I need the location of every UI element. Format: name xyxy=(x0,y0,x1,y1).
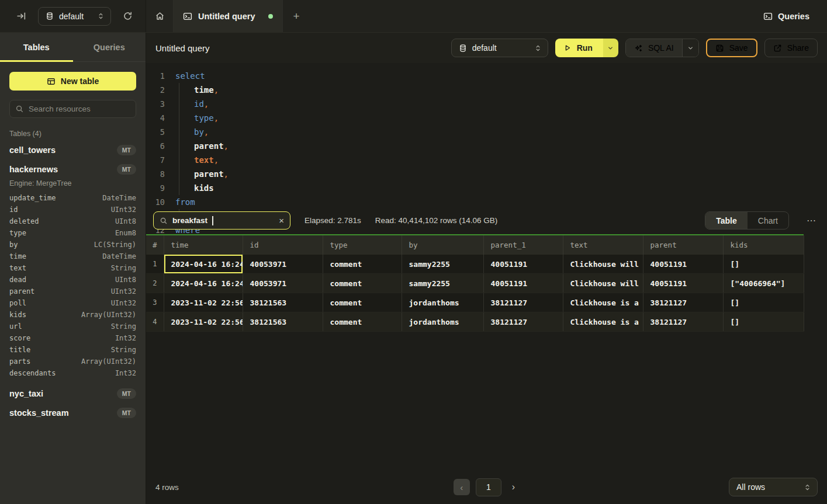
run-button-main[interactable]: Run xyxy=(555,39,603,57)
table-cell[interactable]: 38121127 xyxy=(483,312,563,332)
indent-guide xyxy=(179,167,194,181)
table-cell[interactable]: 40051191 xyxy=(483,255,563,274)
sidebar-tab-tables[interactable]: Tables xyxy=(0,33,73,61)
footer-right: All rows xyxy=(520,478,818,496)
table-cell[interactable]: 38121563 xyxy=(243,293,323,312)
table-cell[interactable]: 40051191 xyxy=(643,274,723,293)
table-cell[interactable]: comment xyxy=(323,255,402,274)
run-options-caret[interactable] xyxy=(603,39,618,57)
table-cell[interactable]: 38121127 xyxy=(643,312,723,332)
table-cell[interactable]: jordanthoms xyxy=(402,312,483,332)
search-resources-input[interactable] xyxy=(9,100,136,118)
table-cell[interactable]: jordanthoms xyxy=(402,293,483,312)
new-tab-button[interactable]: + xyxy=(283,0,310,32)
table-cell[interactable]: sammy2255 xyxy=(402,255,483,274)
page-number-input[interactable]: 1 xyxy=(476,478,501,496)
share-button[interactable]: Share xyxy=(764,39,818,57)
page-size-selector[interactable]: All rows xyxy=(729,478,818,496)
previous-page-button[interactable]: ‹ xyxy=(454,479,470,495)
column-type: UInt8 xyxy=(115,276,136,284)
table-cell[interactable]: 38121127 xyxy=(643,293,723,312)
engine-badge: MT xyxy=(117,164,136,175)
table-cell[interactable]: 2024-04-16 16:24… xyxy=(164,255,243,274)
refresh-button[interactable] xyxy=(120,9,135,23)
engine-badge: MT xyxy=(117,388,136,399)
table-cell[interactable]: Clickhouse will … xyxy=(563,255,643,274)
view-tab-table[interactable]: Table xyxy=(705,212,748,229)
table-cell[interactable]: comment xyxy=(323,312,402,332)
sidebar-tab-queries[interactable]: Queries xyxy=(73,33,146,61)
column-type: Int32 xyxy=(115,369,136,377)
table-cell[interactable]: 38121563 xyxy=(243,312,323,332)
query-database-selector[interactable]: default xyxy=(451,39,548,57)
sql-editor[interactable]: 1select2time,3id,4type,5by,6parent,7text… xyxy=(146,63,827,207)
indent-guide xyxy=(179,125,194,139)
table-cell[interactable]: comment xyxy=(323,293,402,312)
sql-ai-button[interactable]: SQL AI xyxy=(625,39,699,57)
column-type: UInt32 xyxy=(111,299,136,307)
table-cell[interactable]: [] xyxy=(723,312,804,332)
line-number: 2 xyxy=(146,83,165,97)
save-button[interactable]: Save xyxy=(706,39,757,57)
table-cell[interactable]: 40053971 xyxy=(243,255,323,274)
column-header[interactable]: parent xyxy=(643,235,723,255)
column-header[interactable]: # xyxy=(146,235,164,255)
table-cell[interactable]: 40051191 xyxy=(643,255,723,274)
view-tab-chart[interactable]: Chart xyxy=(748,212,788,229)
search-icon xyxy=(160,217,168,225)
table-cell[interactable]: ["40066964"] xyxy=(723,274,804,293)
resource-list: cell_towersMThackernewsMTEngine: MergeTr… xyxy=(9,140,136,422)
table-cell[interactable]: comment xyxy=(323,274,402,293)
table-row: 12024-04-16 16:24…40053971commentsammy22… xyxy=(146,255,804,274)
query-header: Untitled query default Run xyxy=(146,33,827,63)
column-header[interactable]: id xyxy=(243,235,323,255)
table-cell[interactable]: Clickhouse will … xyxy=(563,274,643,293)
new-table-button[interactable]: New table xyxy=(9,72,136,91)
code-line: 7text, xyxy=(146,153,827,167)
table-cell[interactable]: 38121127 xyxy=(483,293,563,312)
table-cell[interactable]: 40051191 xyxy=(483,274,563,293)
queries-button[interactable]: Queries xyxy=(763,0,809,32)
table-cell[interactable]: sammy2255 xyxy=(402,274,483,293)
code-text: kids xyxy=(175,181,214,195)
token: , xyxy=(214,113,219,123)
column-header[interactable]: by xyxy=(402,235,483,255)
column-header[interactable]: parent_1 xyxy=(483,235,563,255)
column-type: String xyxy=(111,346,136,354)
table-cell[interactable]: [] xyxy=(723,255,804,274)
tables-section-label: Tables (4) xyxy=(9,130,136,138)
home-button[interactable] xyxy=(146,0,174,32)
collapse-sidebar-button[interactable] xyxy=(14,9,29,23)
column-header[interactable]: type xyxy=(323,235,402,255)
table-cell[interactable]: Clickhouse is a … xyxy=(563,293,643,312)
run-button[interactable]: Run xyxy=(555,39,618,57)
table-cell[interactable]: 2023-11-02 22:56… xyxy=(164,293,243,312)
column-header[interactable]: time xyxy=(164,235,243,255)
table-cell[interactable]: [] xyxy=(723,293,804,312)
next-page-button[interactable]: › xyxy=(507,479,520,495)
column-header[interactable]: kids xyxy=(723,235,804,255)
token: , xyxy=(214,155,219,165)
table-item[interactable]: hackernewsMT xyxy=(9,159,136,179)
database-selector[interactable]: default xyxy=(38,7,111,26)
table-cell[interactable]: Clickhouse is a … xyxy=(563,312,643,332)
table-item[interactable]: stocks_streamMT xyxy=(9,403,136,422)
table-name: nyc_taxi xyxy=(9,389,43,398)
table-cell[interactable]: 2023-11-02 22:56… xyxy=(164,312,243,332)
table-name: cell_towers xyxy=(9,145,56,155)
table-cell[interactable]: 2024-04-16 16:24… xyxy=(164,274,243,293)
table-cell[interactable]: 40053971 xyxy=(243,274,323,293)
sql-ai-main[interactable]: SQL AI xyxy=(626,39,682,57)
column-name: parent xyxy=(9,287,34,296)
clear-filter-button[interactable]: × xyxy=(279,216,284,225)
terminal-icon xyxy=(763,12,773,21)
token: from xyxy=(175,197,195,207)
results-filter-input[interactable]: breakfast × xyxy=(153,211,290,230)
table-item[interactable]: cell_towersMT xyxy=(9,140,136,159)
more-options-button[interactable]: ⋯ xyxy=(803,213,820,228)
database-icon xyxy=(459,44,467,53)
tab-untitled-query[interactable]: Untitled query xyxy=(174,0,283,32)
table-item[interactable]: nyc_taxiMT xyxy=(9,384,136,403)
sql-ai-caret[interactable] xyxy=(682,39,698,57)
column-header[interactable]: text xyxy=(563,235,643,255)
